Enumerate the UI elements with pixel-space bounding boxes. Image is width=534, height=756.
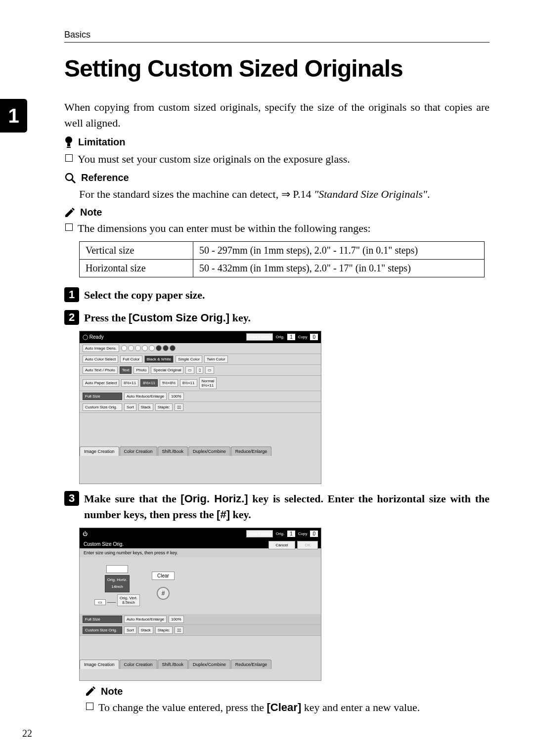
- checkbox-icon: [65, 154, 73, 162]
- note2-block: Note To change the value entered, press …: [85, 686, 490, 715]
- full-color-button[interactable]: Full Color: [120, 356, 142, 363]
- orig-counter: 1: [287, 531, 295, 537]
- tab-image-creation[interactable]: Image Creation: [80, 446, 119, 456]
- tray-1-button[interactable]: 8½×11: [121, 379, 138, 387]
- tray-4-button[interactable]: 8½×11: [180, 379, 197, 387]
- note2-heading: Note: [85, 686, 490, 697]
- table-cell-label: Horizontal size: [80, 260, 193, 277]
- chapter-number: 1: [8, 105, 19, 127]
- orig-vert-button[interactable]: Orig. Vert.8.5inch: [117, 594, 140, 606]
- limitation-heading: Limitation: [64, 136, 490, 149]
- area-editing-button[interactable]: Area Editing: [246, 530, 273, 537]
- staple-button[interactable]: Staple:: [155, 403, 173, 411]
- hash-button[interactable]: #: [157, 587, 170, 600]
- custom-size-orig-button[interactable]: Custom Size Orig.: [83, 626, 122, 634]
- tab-shift-book[interactable]: Shift./Book: [158, 446, 188, 456]
- note2-item: To change the value entered, press the […: [86, 700, 490, 715]
- auto-reduce-enlarge-button[interactable]: Auto Reduce/Enlarge: [124, 393, 167, 400]
- auto-reduce-enlarge-button[interactable]: Auto Reduce/Enlarge: [124, 616, 167, 623]
- svg-line-4: [72, 179, 75, 183]
- magnifier-icon: [64, 172, 76, 184]
- full-size-button[interactable]: Full Size: [83, 616, 122, 623]
- orientation-icon[interactable]: ▭: [205, 366, 214, 374]
- checkbox-icon: [86, 703, 93, 710]
- screen1-tabs: Image Creation Color Creation Shift./Boo…: [80, 446, 321, 456]
- tray-3-button[interactable]: 5½×8½: [160, 379, 178, 387]
- sort-button[interactable]: Sort: [124, 403, 136, 411]
- step-number-badge: 3: [64, 491, 79, 506]
- screen1-textphoto-row: Auto Text / Photo Text Photo Special Ori…: [80, 365, 321, 376]
- note2-label: Note: [101, 686, 123, 697]
- single-color-button[interactable]: Single Color: [176, 356, 202, 363]
- s3-key1: [Orig. Horiz.]: [180, 492, 248, 505]
- screen1-size-row: Full Size Auto Reduce/Enlarge 100%: [80, 391, 321, 402]
- twin-color-button[interactable]: Twin Color: [204, 356, 228, 363]
- screen2-actions: Cancel OK: [268, 541, 318, 549]
- ok-button[interactable]: OK: [297, 541, 318, 549]
- special-original-button[interactable]: Special Original: [151, 366, 183, 374]
- limitation-label: Limitation: [78, 136, 126, 148]
- auto-text-photo-button[interactable]: Auto Text / Photo: [83, 366, 118, 374]
- photo-button[interactable]: Photo: [134, 366, 149, 374]
- area-editing-button[interactable]: Area Editing: [246, 333, 273, 341]
- auto-color-select-button[interactable]: Auto Color Select: [83, 356, 118, 363]
- ratio-button[interactable]: 100%: [169, 616, 183, 623]
- ref-prefix: For the standard sizes the machine can d…: [79, 188, 281, 200]
- s3-key2: [#]: [217, 508, 230, 521]
- tab-reduce-enlarge[interactable]: Reduce/Enlarge: [231, 660, 272, 669]
- staple-option-icon[interactable]: ▯▯: [175, 403, 183, 411]
- note-label: Note: [80, 207, 102, 218]
- staple-button[interactable]: Staple:: [155, 626, 173, 634]
- tab-duplex-combine[interactable]: Duplex/Combine: [188, 446, 230, 456]
- ref-arrow: ⇒: [281, 188, 290, 200]
- custom-size-orig-button[interactable]: Custom Size Orig.: [83, 403, 122, 411]
- limitation-item: You must set your custom size originals …: [65, 152, 490, 167]
- ratio-button[interactable]: 100%: [169, 393, 183, 400]
- ref-suffix: .: [427, 188, 430, 200]
- lightbulb-icon: [64, 136, 73, 149]
- orig-horiz-button[interactable]: Orig. Horiz.14inch: [105, 575, 130, 592]
- tab-color-creation[interactable]: Color Creation: [120, 660, 157, 669]
- screen2-size-row: Full Size Auto Reduce/Enlarge 100%: [80, 614, 321, 625]
- density-scale[interactable]: [121, 345, 176, 351]
- full-size-button[interactable]: Full Size: [83, 393, 122, 400]
- black-white-button[interactable]: Black & White: [144, 356, 174, 363]
- auto-image-density-button[interactable]: Auto Image Dens.: [83, 345, 119, 352]
- table-cell-label: Vertical size: [80, 242, 193, 260]
- step-1-text: Select the copy paper size.: [84, 287, 490, 303]
- auto-paper-select-button[interactable]: Auto Paper Select: [83, 379, 119, 387]
- tab-image-creation[interactable]: Image Creation: [80, 660, 119, 669]
- staple-option-icon[interactable]: ▯▯: [175, 626, 183, 634]
- clear-button[interactable]: Clear: [152, 572, 175, 580]
- svg-marker-5: [65, 209, 73, 217]
- horiz-value-field[interactable]: [106, 565, 128, 573]
- sort-button[interactable]: Sort: [124, 626, 136, 634]
- note2-text: To change the value entered, press the […: [98, 700, 420, 715]
- pencil-icon: [64, 207, 75, 218]
- stack-button[interactable]: Stack: [138, 626, 153, 634]
- tab-reduce-enlarge[interactable]: Reduce/Enlarge: [231, 446, 272, 456]
- note-item: The dimensions you can enter must be wit…: [65, 221, 490, 236]
- note-text: The dimensions you can enter must be wit…: [78, 221, 371, 236]
- screen2-body: Orig. Horiz.14inch ▭ —— Orig. Vert.8.5in…: [80, 557, 321, 614]
- screen2-custom-row: Custom Size Orig. Sort Stack Staple: ▯▯: [80, 625, 321, 636]
- note-heading: Note: [64, 207, 490, 218]
- tray-2-button[interactable]: 8½×11: [140, 379, 158, 387]
- table-row: Vertical size 50 - 297mm (in 1mm steps),…: [80, 242, 485, 260]
- note2-key: [Clear]: [267, 701, 302, 713]
- step-3: 3 Make sure that the [Orig. Horiz.] key …: [64, 491, 490, 523]
- orientation-icon[interactable]: ▭: [185, 366, 194, 374]
- tab-shift-book[interactable]: Shift./Book: [158, 660, 188, 669]
- orientation-icon[interactable]: ▯: [196, 366, 203, 374]
- stack-button[interactable]: Stack: [138, 403, 153, 411]
- cancel-button[interactable]: Cancel: [268, 541, 296, 549]
- text-button[interactable]: Text: [120, 366, 132, 374]
- limitation-text: You must set your custom size originals …: [78, 152, 350, 167]
- tab-color-creation[interactable]: Color Creation: [120, 446, 157, 456]
- copier-screen-1: ◯ Ready Area Editing Orig. 1 Copy 0 Auto…: [79, 331, 321, 484]
- tray-5-button[interactable]: Normal8½×11: [199, 377, 217, 389]
- table-row: Horizontal size 50 - 432mm (in 1mm steps…: [80, 260, 485, 277]
- s3-p3: key.: [230, 508, 251, 521]
- dimensions-table: Vertical size 50 - 297mm (in 1mm steps),…: [79, 241, 485, 277]
- tab-duplex-combine[interactable]: Duplex/Combine: [188, 660, 230, 669]
